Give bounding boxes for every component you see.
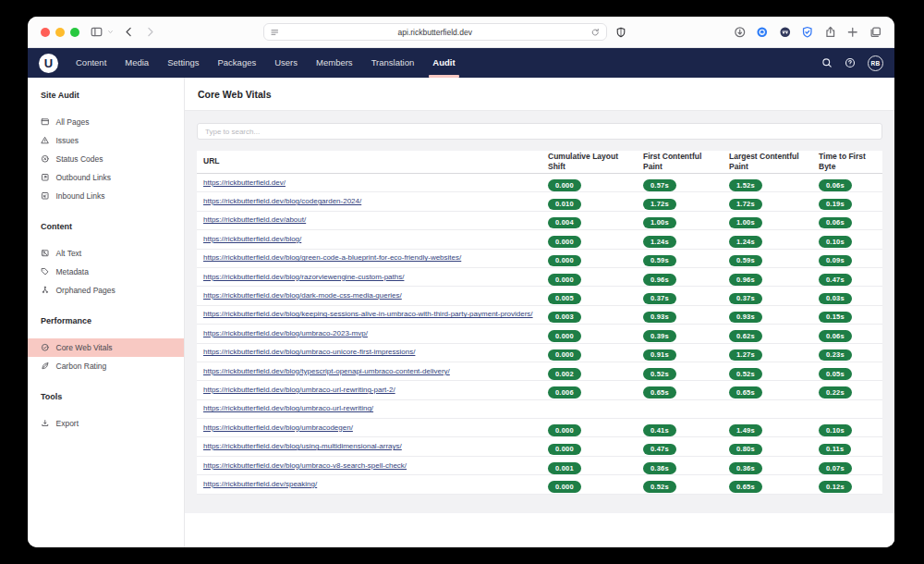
- ttfb-badge: 0.03s: [819, 293, 852, 305]
- search-input[interactable]: [197, 123, 882, 140]
- sidebar-item-label: Status Codes: [56, 154, 103, 164]
- lcp-badge: 1.72s: [729, 199, 762, 211]
- metric-cell: 1.72s: [643, 193, 729, 210]
- url-link[interactable]: https://rickbutterfield.dev/: [203, 178, 286, 187]
- url-link[interactable]: https://rickbutterfield.dev/blog/keeping…: [203, 310, 533, 318]
- forward-icon[interactable]: [144, 26, 156, 38]
- url-link[interactable]: https://rickbutterfield.dev/blog/typescr…: [203, 367, 450, 375]
- sidebar-item-inbound-links[interactable]: Inbound Links: [28, 187, 184, 205]
- sidebar-toggle-icon[interactable]: [91, 26, 103, 38]
- url-link[interactable]: https://rickbutterfield.dev/blog/green-c…: [203, 253, 461, 262]
- address-bar[interactable]: api.rickbutterfield.dev: [263, 23, 607, 41]
- url-link[interactable]: https://rickbutterfield.dev/blog/umbraco…: [203, 404, 373, 412]
- metric-cell: 0.000: [548, 269, 643, 286]
- fcp-badge: 0.59s: [643, 255, 676, 267]
- nav-item-users[interactable]: Users: [265, 48, 307, 78]
- metric-cell: 1.24s: [729, 231, 819, 248]
- metric-cell: 0.62s: [729, 325, 819, 342]
- new-tab-icon[interactable]: [846, 26, 859, 39]
- url-link[interactable]: https://rickbutterfield.dev/blog/umbraco…: [203, 461, 407, 470]
- download-icon[interactable]: [734, 26, 747, 39]
- profile-extension-icon[interactable]: [779, 26, 792, 39]
- back-icon[interactable]: [123, 26, 135, 38]
- lcp-badge: 0.65s: [729, 386, 762, 398]
- shield-check-icon[interactable]: [801, 26, 814, 39]
- lcp-badge: 0.93s: [729, 312, 762, 324]
- table-row: https://rickbutterfield.dev/blog/codegar…: [197, 192, 882, 211]
- sidebar-item-outbound-links[interactable]: Outbound Links: [28, 168, 184, 187]
- metric-cell: 0.39s: [643, 325, 729, 342]
- metric-cell: 0.57s: [643, 175, 729, 191]
- search-icon[interactable]: [821, 57, 833, 68]
- url-link[interactable]: https://rickbutterfield.dev/about/: [203, 215, 306, 224]
- nav-item-content[interactable]: Content: [67, 48, 116, 78]
- avatar[interactable]: RB: [868, 55, 883, 71]
- nav-item-settings[interactable]: Settings: [158, 48, 208, 78]
- alt-text-icon: [41, 249, 50, 258]
- zoom-button[interactable]: [70, 28, 79, 37]
- column-header-url: URL: [197, 156, 548, 166]
- inbound-links-icon: [41, 191, 50, 201]
- ttfb-badge: 0.06s: [819, 330, 852, 342]
- url-link[interactable]: https://rickbutterfield.dev/blog/razorvi…: [203, 273, 404, 281]
- cls-badge: 0.000: [548, 330, 581, 342]
- nav-item-packages[interactable]: Packages: [208, 48, 265, 78]
- help-icon[interactable]: [845, 57, 856, 68]
- traffic-lights: [41, 28, 79, 37]
- lcp-badge: 0.52s: [729, 368, 762, 380]
- sidebar-item-metadata[interactable]: Metadata: [28, 263, 184, 281]
- sidebar-section-title: Site Audit: [28, 89, 184, 102]
- url-link[interactable]: https://rickbutterfield.dev/speaking/: [203, 480, 317, 488]
- share-icon[interactable]: [824, 26, 837, 39]
- reload-icon[interactable]: [590, 27, 601, 37]
- sidebar-item-orphaned-pages[interactable]: Orphaned Pages: [28, 281, 184, 300]
- sidebar-item-core-web-vitals[interactable]: Core Web Vitals: [28, 338, 184, 357]
- url-link[interactable]: https://rickbutterfield.dev/blog/umbraco…: [203, 329, 368, 337]
- sidebar-item-status-codes[interactable]: Status Codes: [28, 150, 184, 168]
- browser-window: api.rickbutterfield.dev U ContentMediaSe…: [28, 17, 894, 547]
- table-row: https://rickbutterfield.dev/blog/umbraco…: [197, 325, 882, 343]
- onepassword-icon[interactable]: [756, 26, 769, 39]
- content-inner: URLCumulative Layout ShiftFirst Contentf…: [185, 111, 894, 495]
- nav-item-audit[interactable]: Audit: [423, 48, 464, 78]
- nav-item-translation[interactable]: Translation: [362, 48, 424, 78]
- metric-cell: 0.36s: [729, 458, 819, 474]
- metric-cell: 0.06s: [819, 175, 882, 191]
- fcp-badge: 0.37s: [643, 293, 676, 305]
- tabs-icon[interactable]: [869, 26, 882, 39]
- core-web-vitals-table: URLCumulative Layout ShiftFirst Contentf…: [197, 151, 882, 495]
- chevron-down-icon[interactable]: [112, 29, 114, 35]
- reader-icon[interactable]: [270, 27, 280, 37]
- sidebar-item-export[interactable]: Export: [28, 414, 184, 433]
- fcp-badge: 0.57s: [643, 179, 676, 191]
- url-cell: https://rickbutterfield.dev/blog/umbraco…: [197, 344, 548, 362]
- close-button[interactable]: [41, 28, 50, 37]
- url-link[interactable]: https://rickbutterfield.dev/blog/: [203, 235, 301, 243]
- url-link[interactable]: https://rickbutterfield.dev/blog/umbraco…: [203, 423, 353, 432]
- url-link[interactable]: https://rickbutterfield.dev/blog/using-m…: [203, 442, 402, 450]
- umbraco-logo[interactable]: U: [39, 54, 58, 73]
- ttfb-badge: 0.12s: [819, 481, 852, 493]
- url-link[interactable]: https://rickbutterfield.dev/blog/umbraco…: [203, 348, 415, 356]
- sidebar-item-carbon-rating[interactable]: Carbon Rating: [28, 357, 184, 375]
- nav-item-members[interactable]: Members: [307, 48, 362, 78]
- table-row: https://rickbutterfield.dev/blog/green-c…: [197, 250, 882, 268]
- metric-cell: 0.004: [548, 212, 643, 228]
- lcp-badge: 1.52s: [729, 179, 762, 191]
- metric-cell: 1.72s: [729, 193, 819, 210]
- url-link[interactable]: https://rickbutterfield.dev/blog/codegar…: [203, 197, 361, 205]
- sidebar-item-all-pages[interactable]: All Pages: [28, 113, 184, 131]
- url-link[interactable]: https://rickbutterfield.dev/blog/dark-mo…: [203, 291, 402, 300]
- nav-item-media[interactable]: Media: [116, 48, 158, 78]
- screenshot-stage: api.rickbutterfield.dev U ContentMediaSe…: [0, 0, 924, 564]
- sidebar-item-alt-text[interactable]: Alt Text: [28, 244, 184, 263]
- lcp-badge: 0.36s: [729, 462, 762, 474]
- sidebar-item-issues[interactable]: Issues: [28, 131, 184, 150]
- sidebar-item-label: Carbon Rating: [56, 362, 107, 371]
- url-link[interactable]: https://rickbutterfield.dev/blog/umbraco…: [203, 386, 395, 394]
- ttfb-badge: 0.10s: [819, 236, 852, 248]
- table-row: https://rickbutterfield.dev/blog/using-m…: [197, 437, 882, 456]
- content-area: URLCumulative Layout ShiftFirst Contentf…: [185, 111, 894, 547]
- minimize-button[interactable]: [55, 28, 65, 37]
- privacy-shield-icon[interactable]: [615, 27, 626, 38]
